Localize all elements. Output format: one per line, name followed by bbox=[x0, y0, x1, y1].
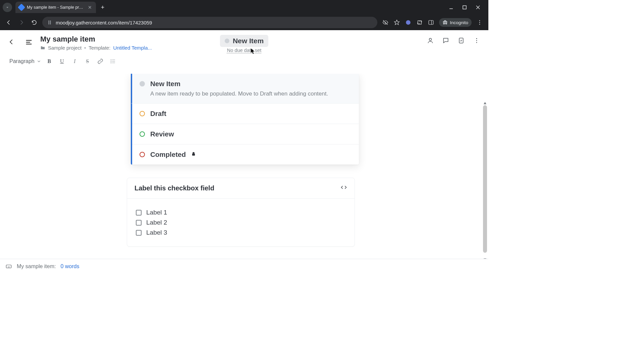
svg-point-12 bbox=[479, 22, 480, 23]
svg-marker-6 bbox=[394, 20, 399, 25]
app-root: My sample item Sample project • Template… bbox=[0, 30, 488, 274]
incognito-badge[interactable]: Incognito bbox=[439, 18, 472, 27]
status-color-icon bbox=[140, 81, 145, 86]
extensions-icon[interactable] bbox=[416, 19, 423, 26]
comments-button[interactable] bbox=[442, 37, 449, 44]
due-date-link[interactable]: No due date set bbox=[227, 48, 261, 53]
svg-point-13 bbox=[479, 24, 480, 24]
more-menu-button[interactable] bbox=[473, 37, 480, 44]
checkbox-icon bbox=[136, 230, 142, 236]
status-option-review[interactable]: Review bbox=[132, 124, 359, 144]
svg-rect-4 bbox=[49, 20, 49, 24]
assignees-button[interactable] bbox=[427, 37, 434, 44]
project-link[interactable]: Sample project bbox=[48, 45, 82, 51]
eye-off-icon[interactable] bbox=[382, 19, 389, 26]
status-option-title: Completed bbox=[150, 150, 186, 159]
checkbox-field-card: Label this checkbox field Label 1 Label … bbox=[127, 178, 355, 247]
url-field[interactable]: moodjoy.gathercontent.com/item/17423059 bbox=[42, 17, 377, 28]
link-button[interactable] bbox=[96, 57, 105, 66]
close-icon[interactable]: ✕ bbox=[87, 5, 93, 10]
checkbox-option[interactable]: Label 3 bbox=[136, 229, 346, 236]
browser-menu-icon[interactable] bbox=[476, 19, 483, 26]
status-label: New Item bbox=[233, 37, 264, 45]
folder-icon bbox=[40, 45, 45, 50]
svg-rect-5 bbox=[50, 20, 51, 24]
outline-toggle-button[interactable] bbox=[22, 36, 36, 49]
content-canvas[interactable]: New Item A new item ready to be populate… bbox=[0, 74, 488, 259]
back-button[interactable] bbox=[4, 18, 13, 27]
tab-strip: My sample item - Sample proje ✕ + bbox=[0, 0, 488, 15]
profile-icon[interactable] bbox=[405, 19, 412, 26]
breadcrumb: Sample project • Template: Untitled Temp… bbox=[40, 45, 152, 51]
scroll-up-icon[interactable] bbox=[483, 101, 487, 105]
checkbox-option-label: Label 1 bbox=[146, 209, 167, 216]
status-dot-icon bbox=[225, 39, 229, 43]
status-color-icon bbox=[140, 152, 145, 157]
status-color-icon bbox=[140, 111, 145, 116]
strikethrough-button[interactable]: S bbox=[83, 57, 92, 66]
new-tab-button[interactable]: + bbox=[98, 3, 107, 12]
text-style-dropdown[interactable]: Paragraph bbox=[9, 58, 41, 64]
italic-button[interactable]: I bbox=[70, 57, 79, 66]
item-title[interactable]: My sample item bbox=[40, 35, 152, 44]
status-dropdown[interactable]: New Item A new item ready to be populate… bbox=[131, 74, 359, 165]
status-option-title: Draft bbox=[150, 110, 166, 118]
reload-button[interactable] bbox=[30, 18, 39, 27]
svg-rect-9 bbox=[429, 20, 433, 24]
window-close-button[interactable] bbox=[475, 4, 481, 10]
browser-chrome: My sample item - Sample proje ✕ + moodjo… bbox=[0, 0, 488, 30]
app-header: My sample item Sample project • Template… bbox=[0, 30, 488, 54]
editor-toolbar: Paragraph B U I S bbox=[0, 54, 488, 68]
url-text: moodjoy.gathercontent.com/item/17423059 bbox=[56, 20, 152, 25]
svg-marker-29 bbox=[484, 102, 486, 104]
footer: My sample item: 0 words bbox=[0, 259, 488, 274]
template-prefix: Template: bbox=[89, 45, 110, 51]
status-option-draft[interactable]: Draft bbox=[132, 104, 359, 124]
minimize-button[interactable] bbox=[448, 4, 454, 10]
svg-point-21 bbox=[476, 42, 477, 43]
svg-point-19 bbox=[476, 38, 477, 39]
tab-title: My sample item - Sample proje bbox=[27, 5, 85, 10]
site-settings-icon[interactable] bbox=[47, 20, 52, 25]
text-style-label: Paragraph bbox=[9, 58, 35, 64]
incognito-label: Incognito bbox=[450, 20, 468, 25]
status-selector[interactable]: New Item bbox=[220, 35, 268, 47]
footer-item-name: My sample item: bbox=[17, 263, 56, 269]
url-bar: moodjoy.gathercontent.com/item/17423059 … bbox=[0, 15, 488, 30]
status-option-new-item[interactable]: New Item A new item ready to be populate… bbox=[131, 74, 359, 104]
favicon-icon bbox=[18, 4, 25, 11]
bookmark-icon[interactable] bbox=[393, 19, 400, 26]
app-back-button[interactable] bbox=[6, 36, 17, 48]
separator: • bbox=[84, 45, 86, 51]
scrollbar-thumb[interactable] bbox=[483, 105, 487, 253]
status-color-icon bbox=[140, 131, 145, 137]
checkbox-option[interactable]: Label 2 bbox=[136, 219, 346, 226]
status-option-completed[interactable]: Completed bbox=[132, 144, 359, 165]
svg-point-26 bbox=[111, 61, 111, 62]
checkbox-option[interactable]: Label 1 bbox=[136, 209, 346, 216]
checkbox-option-label: Label 2 bbox=[146, 219, 167, 226]
checkbox-icon bbox=[136, 220, 142, 226]
svg-point-25 bbox=[111, 59, 111, 60]
list-button[interactable] bbox=[108, 57, 118, 66]
tasks-button[interactable] bbox=[458, 37, 465, 44]
forward-button[interactable] bbox=[17, 18, 26, 27]
bold-button[interactable]: B bbox=[45, 57, 54, 66]
code-icon[interactable] bbox=[340, 184, 347, 192]
browser-tab[interactable]: My sample item - Sample proje ✕ bbox=[15, 2, 96, 13]
keyboard-icon[interactable] bbox=[5, 263, 12, 269]
maximize-button[interactable] bbox=[462, 4, 468, 10]
svg-rect-1 bbox=[463, 6, 466, 9]
template-link[interactable]: Untitled Templa... bbox=[113, 45, 152, 51]
word-count-link[interactable]: 0 words bbox=[60, 263, 79, 269]
checkbox-option-label: Label 3 bbox=[146, 229, 167, 236]
checkbox-field-label[interactable]: Label this checkbox field bbox=[135, 184, 214, 192]
tab-search-button[interactable] bbox=[3, 3, 12, 12]
svg-point-27 bbox=[111, 62, 111, 63]
svg-point-20 bbox=[476, 40, 477, 41]
svg-point-7 bbox=[406, 20, 411, 25]
underline-button[interactable]: U bbox=[57, 57, 67, 66]
status-option-title: Review bbox=[150, 130, 174, 138]
side-panel-icon[interactable] bbox=[428, 19, 434, 26]
scrollbar[interactable] bbox=[483, 105, 487, 256]
